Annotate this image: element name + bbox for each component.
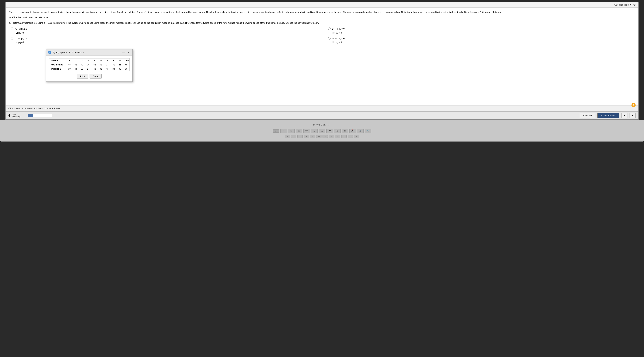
popup-controls: — ✕ [122,51,130,54]
expand-icon[interactable]: ⊞ [127,59,129,62]
key-3[interactable]: 3 [304,135,309,138]
option-c-label: C. H₀: μd = 0H₁: μd ≠ 0 [15,37,27,44]
option-a-radio[interactable] [11,27,13,30]
table-row-new-method: New method 48 52 42 36 52 41 37 31 55 [49,63,130,67]
row-new-method-label: New method [49,63,66,67]
popup-minimize-button[interactable]: — [122,51,126,54]
option-c-radio[interactable] [11,37,13,39]
key-f5[interactable]: ⋯ F5 [311,129,318,133]
table-icon: ⊞ [9,16,11,19]
top-bar: Question Help ▼ ⚙ [6,2,638,8]
main-content: There is a new input technique for touch… [6,8,638,105]
header-4: 4 [85,58,92,63]
header-5: 5 [92,58,98,63]
key-f12[interactable]: 🔊 F12 [365,129,371,133]
option-b-radio[interactable] [328,27,330,30]
dropdown-icon: ▼ [629,3,632,6]
print-button[interactable]: Print [77,74,88,79]
question-help-button[interactable]: Question Help ▼ [614,3,632,6]
key-tilde[interactable]: ~ [285,135,290,138]
trad-9: 45 [117,67,123,71]
done-button[interactable]: Done [90,74,102,79]
new-8: 31 [110,63,117,67]
key-esc[interactable]: esc [273,129,279,133]
popup-header: i Typing speeds of 10 individuals — ✕ [46,49,132,55]
clear-all-button[interactable]: Clear All [580,113,596,118]
popup-title-area: i Typing speeds of 10 individuals [48,51,84,54]
keyboard-function-row: esc ☀ F1 ☀☀ F2 ⊞ F3 ⊟⊟⊟ F4 ⋯ F5 ⋯ F6 ◀◀ … [273,129,371,133]
key-f11[interactable]: 🔉 F11 [357,129,364,133]
option-d-label: D. H₀: μd ≤ 0H₁: μd > 0 [332,37,345,44]
new-2: 52 [73,63,79,67]
option-b: B. H₀: μd ≠ 0H₁: μd = 0 [328,27,635,35]
table-row-traditional: Traditional 39 44 35 27 43 41 43 38 45 [49,67,130,71]
key-f1[interactable]: ☀ F1 [280,129,287,133]
key-f9[interactable]: ▶▶ F9 [342,129,348,133]
option-a: A. H₀: μd ≥ 0H₁: μd < 0 [11,27,318,35]
new-10: 45 [123,63,130,67]
parts-number: 6 [8,114,10,117]
header-9: 9 [117,58,123,63]
question-help-label: Question Help [614,3,629,6]
trad-8: 38 [110,67,117,71]
trad-3: 35 [79,67,85,71]
key-star[interactable]: * [335,135,340,138]
header-3: 3 [79,58,85,63]
option-c: C. H₀: μd = 0H₁: μd ≠ 0 [11,37,318,44]
key-5[interactable]: % [316,135,322,138]
popup-close-button[interactable]: ✕ [127,51,130,54]
trad-7: 43 [104,67,110,71]
keyboard-area: MacBook Air esc ☀ F1 ☀☀ F2 ⊞ F3 ⊟⊟⊟ F4 ⋯… [0,120,644,141]
option-d-radio[interactable] [328,37,330,39]
progress-bar-fill [28,114,33,117]
gear-icon[interactable]: ⚙ [633,3,636,6]
popup-actions: Print Done [49,74,130,79]
help-circle[interactable]: ? [632,103,636,107]
prev-button[interactable]: ◄ [621,113,628,118]
option-d: D. H₀: μd ≤ 0H₁: μd > 0 [328,37,635,44]
new-1: 48 [66,63,72,67]
info-icon: i [48,51,51,54]
key-f4[interactable]: ⊟⊟⊟ F4 [303,129,310,133]
data-table: Person 1 2 3 4 5 6 7 8 9 [49,58,130,71]
macbook-label: MacBook Air [313,123,331,126]
new-3: 42 [79,63,85,67]
header-8: 8 [110,58,117,63]
key-lparen[interactable]: ( [341,135,346,138]
key-plus[interactable]: + [354,135,359,138]
trad-5: 43 [92,67,98,71]
popup-title: Typing speeds of 10 individuals [52,51,84,54]
key-amp[interactable]: & [329,135,334,138]
next-button[interactable]: ► [630,113,636,118]
key-f2[interactable]: ☀☀ F2 [288,129,295,133]
popup-body: ⊞ Person 1 2 3 4 5 6 [46,55,132,81]
data-table-popup: i Typing speeds of 10 individuals — ✕ ⊞ [46,49,133,82]
check-answer-button[interactable]: Check Answer [598,113,619,118]
new-9: 55 [117,63,123,67]
progress-bar [28,114,52,117]
option-a-label: A. H₀: μd ≥ 0H₁: μd < 0 [15,27,27,35]
new-4: 36 [85,63,92,67]
key-rparen[interactable]: ) [348,135,353,138]
key-f6[interactable]: ⋯ F6 [319,129,325,133]
instruction-text: Click to select your answer and then cli… [8,107,636,110]
header-person: Person [49,58,66,63]
key-4[interactable]: 4 [310,135,315,138]
option-b-label: B. H₀: μd ≠ 0H₁: μd = 0 [332,27,345,35]
key-f3[interactable]: ⊞ F3 [296,129,302,133]
trad-10: 36 [123,67,130,71]
header-2: 2 [73,58,79,63]
new-7: 37 [104,63,110,67]
key-1[interactable]: 1 [291,135,296,138]
key-2[interactable]: 2 [298,135,303,138]
header-6: 6 [98,58,104,63]
options-grid: A. H₀: μd ≥ 0H₁: μd < 0 B. H₀: μd ≠ 0H₁:… [9,27,635,44]
part-a-instruction: a. Perform a hypothesis test using α = 0… [9,21,635,25]
key-caret[interactable]: ^ [322,135,328,138]
popup-overlay: i Typing speeds of 10 individuals — ✕ ⊞ [46,49,133,82]
key-f10[interactable]: 🔇 F10 [349,129,356,133]
key-f7[interactable]: ◀◀ F7 [326,129,333,133]
footer-bar: 6 parts remaining Clear All Check Answer… [6,111,638,119]
key-f8[interactable]: ▶II F8 [334,129,341,133]
data-table-link[interactable]: ⊞ Click the icon to view the data table. [9,16,635,19]
